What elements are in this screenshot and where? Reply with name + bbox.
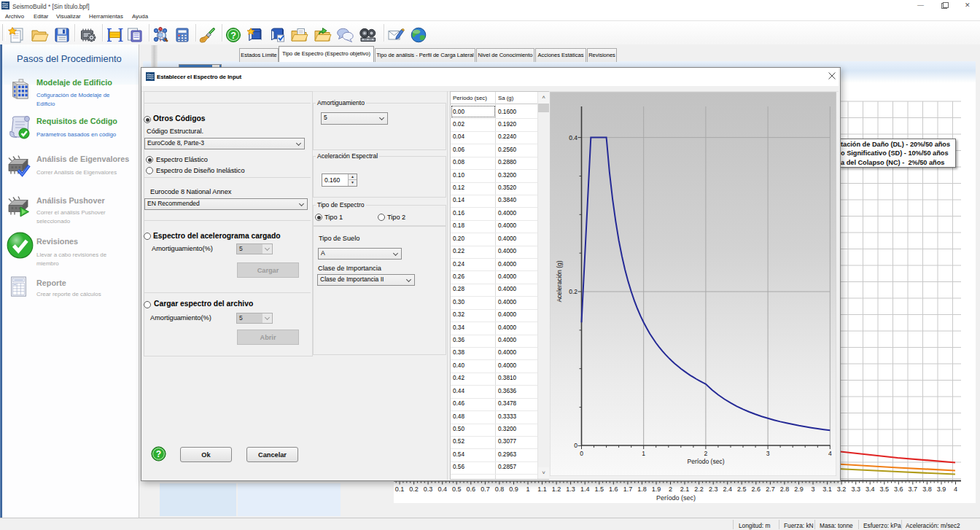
svg-text:3.3: 3.3 [851,486,860,493]
svg-text:3.7: 3.7 [909,486,918,493]
svg-text:1.5: 1.5 [595,486,604,493]
svg-text:2.2: 2.2 [694,486,704,493]
svg-text:1.3: 1.3 [566,486,575,493]
svg-text:1.9: 1.9 [652,486,661,493]
svg-text:2.1: 2.1 [680,486,690,493]
svg-text:2.8: 2.8 [780,486,790,493]
svg-text:3.1: 3.1 [822,486,832,493]
svg-text:4: 4 [828,450,832,457]
svg-text:3: 3 [766,450,770,457]
svg-text:1.4: 1.4 [580,486,590,493]
svg-text:0.4: 0.4 [569,134,578,141]
svg-text:0.3: 0.3 [424,486,433,493]
svg-text:2: 2 [704,450,708,457]
svg-text:4: 4 [954,486,957,493]
svg-text:0.9: 0.9 [509,486,518,493]
svg-text:Período (sec): Período (sec) [687,458,724,465]
svg-text:1.1: 1.1 [537,486,547,493]
svg-text:0.5: 0.5 [452,486,462,493]
svg-text:2.7: 2.7 [766,486,775,493]
svg-text:3.2: 3.2 [837,486,847,493]
svg-text:1.2: 1.2 [552,486,561,493]
svg-text:?: ? [230,31,236,41]
svg-text:2: 2 [669,486,672,493]
svg-text:2.4: 2.4 [723,486,732,493]
svg-text:3.8: 3.8 [922,486,932,493]
svg-text:3.9: 3.9 [937,486,946,493]
svg-text:Aceleración (g): Aceleración (g) [556,260,563,302]
svg-text:Período (sec): Período (sec) [656,494,696,502]
svg-text:3.6: 3.6 [894,486,903,493]
svg-text:1.7: 1.7 [623,486,633,493]
svg-text:0.6: 0.6 [467,486,476,493]
svg-text:2.6: 2.6 [752,486,761,493]
svg-text:1: 1 [526,486,529,493]
svg-text:1: 1 [642,450,645,457]
svg-text:?: ? [156,449,161,459]
svg-text:2.5: 2.5 [737,486,747,493]
svg-text:0.4: 0.4 [438,486,447,493]
svg-text:2.3: 2.3 [709,486,718,493]
svg-text:0.8: 0.8 [495,486,505,493]
svg-text:0.2: 0.2 [569,288,578,295]
svg-text:2.9: 2.9 [794,486,804,493]
svg-text:0.7: 0.7 [481,486,490,493]
svg-text:0.1: 0.1 [395,486,405,493]
svg-text:3: 3 [811,486,814,493]
svg-text:0: 0 [574,442,578,449]
svg-text:3.5: 3.5 [880,486,890,493]
svg-text:0: 0 [580,450,583,457]
svg-text:1.6: 1.6 [609,486,618,493]
svg-text:1.8: 1.8 [637,486,647,493]
svg-text:3.4: 3.4 [866,486,875,493]
svg-text:0.2: 0.2 [409,486,419,493]
